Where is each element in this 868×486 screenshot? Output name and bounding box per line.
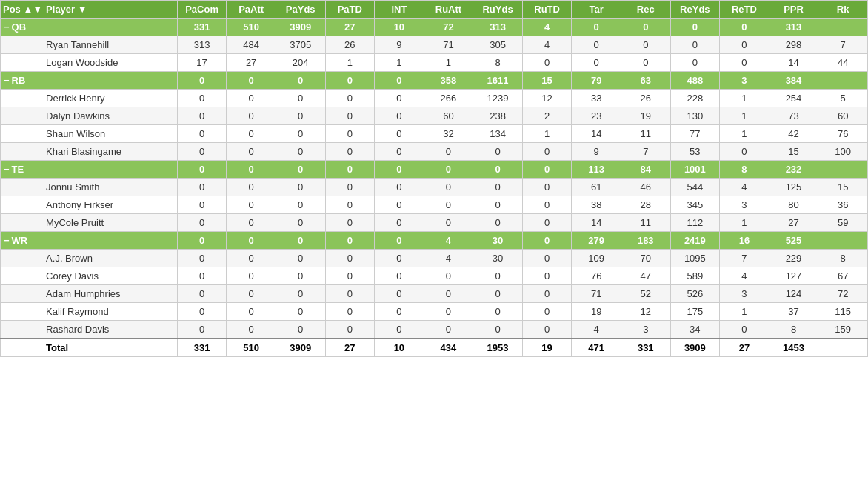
group-stat-ruatt: 4 (424, 232, 473, 250)
player-stat-pacom: 0 (177, 90, 227, 107)
header-row: Pos ▲▼ Player ▼ PaCom PaAtt PaYds PaTD I… (1, 1, 868, 19)
player-stat-rutd: 0 (522, 179, 572, 196)
player-stat-ppr: 27 (769, 214, 818, 232)
player-stat-ruyds: 0 (473, 143, 523, 161)
player-stat-int: 0 (375, 179, 424, 196)
player-pos-cell (1, 36, 41, 54)
group-stat-rk (818, 72, 868, 90)
player-stat-reyds: 53 (670, 143, 720, 161)
group-stat-retd: 8 (720, 161, 769, 179)
player-stat-rutd: 12 (522, 90, 572, 107)
player-stat-payds: 0 (276, 267, 325, 285)
group-pos-cell: −WR (1, 232, 41, 250)
player-stat-pacom: 17 (177, 54, 227, 72)
player-name-cell: Adam Humphries (41, 285, 178, 303)
total-stat-reyds: 3909 (670, 339, 720, 357)
table-row: Adam Humphries000000007152526312472 (1, 285, 868, 303)
group-stat-paatt: 0 (227, 72, 276, 90)
player-stat-reyds: 526 (670, 285, 720, 303)
group-stat-ppr: 384 (769, 72, 818, 90)
group-stat-patd: 0 (325, 161, 375, 179)
sort-icon-player[interactable]: ▼ (78, 4, 87, 15)
group-stat-rutd: 0 (522, 161, 572, 179)
total-stat-patd: 27 (325, 339, 375, 357)
player-pos-cell (1, 267, 41, 285)
collapse-icon[interactable]: − (4, 235, 10, 246)
collapse-icon[interactable]: − (4, 164, 10, 175)
player-stat-paatt: 0 (227, 303, 276, 321)
player-name-cell: Shaun Wilson (41, 125, 178, 143)
table-row: Anthony Firkser00000000382834538036 (1, 196, 868, 214)
player-stat-tar: 0 (572, 54, 621, 72)
player-stat-pacom: 0 (177, 250, 227, 267)
player-stat-int: 0 (375, 196, 424, 214)
player-stat-paatt: 0 (227, 125, 276, 143)
player-stat-pacom: 313 (177, 36, 227, 54)
player-stat-patd: 0 (325, 107, 375, 125)
player-stat-int: 1 (375, 54, 424, 72)
player-stat-rk: 7 (818, 36, 868, 54)
player-name-cell: A.J. Brown (41, 250, 178, 267)
player-stat-retd: 3 (720, 285, 769, 303)
player-stat-rec: 19 (621, 107, 670, 125)
player-stat-patd: 0 (325, 303, 375, 321)
group-stat-tar: 113 (572, 161, 621, 179)
player-stat-rutd: 4 (522, 36, 572, 54)
player-stat-payds: 0 (276, 285, 325, 303)
player-stat-pacom: 0 (177, 321, 227, 339)
player-pos-cell (1, 90, 41, 107)
player-stat-tar: 9 (572, 143, 621, 161)
collapse-icon[interactable]: − (4, 21, 10, 33)
player-stat-rk: 59 (818, 214, 868, 232)
header-int: INT (375, 1, 424, 19)
player-stat-payds: 0 (276, 179, 325, 196)
player-stat-pacom: 0 (177, 267, 227, 285)
player-pos-cell (1, 107, 41, 125)
table-row: Rashard Davis00000000433408159 (1, 321, 868, 339)
player-stat-rutd: 0 (522, 54, 572, 72)
total-stat-int: 10 (375, 339, 424, 357)
player-stat-reyds: 228 (670, 90, 720, 107)
player-stat-rec: 3 (621, 321, 670, 339)
player-stat-rec: 11 (621, 214, 670, 232)
group-player-cell (41, 161, 178, 179)
total-stat-ppr: 1453 (769, 339, 818, 357)
header-payds: PaYds (276, 1, 325, 19)
group-stat-ruatt: 358 (424, 72, 473, 90)
player-name-cell: Kalif Raymond (41, 303, 178, 321)
player-stat-patd: 1 (325, 54, 375, 72)
player-stat-payds: 0 (276, 250, 325, 267)
stats-table: Pos ▲▼ Player ▼ PaCom PaAtt PaYds PaTD I… (0, 0, 868, 357)
header-reyds: ReYds (670, 1, 720, 19)
player-stat-reyds: 544 (670, 179, 720, 196)
player-stat-ruatt: 0 (424, 303, 473, 321)
player-stat-paatt: 0 (227, 214, 276, 232)
player-stat-tar: 4 (572, 321, 621, 339)
player-stat-int: 0 (375, 267, 424, 285)
collapse-icon[interactable]: − (4, 75, 10, 86)
player-stat-rec: 28 (621, 196, 670, 214)
player-stat-ruatt: 60 (424, 107, 473, 125)
group-stat-payds: 0 (276, 161, 325, 179)
player-stat-int: 0 (375, 214, 424, 232)
group-stat-ruyds: 313 (473, 19, 523, 36)
group-stat-paatt: 0 (227, 161, 276, 179)
sort-icon-pos[interactable]: ▲▼ (23, 4, 41, 15)
player-stat-payds: 0 (276, 90, 325, 107)
player-stat-ruyds: 8 (473, 54, 523, 72)
player-stat-ruyds: 0 (473, 321, 523, 339)
player-stat-ruyds: 30 (473, 250, 523, 267)
total-stat-ruyds: 1953 (473, 339, 523, 357)
group-pos-label: RB (12, 75, 26, 86)
group-pos-label: QB (12, 21, 27, 33)
player-stat-pacom: 0 (177, 285, 227, 303)
header-patd: PaTD (325, 1, 375, 19)
player-stat-ruatt: 266 (424, 90, 473, 107)
player-stat-rec: 0 (621, 36, 670, 54)
player-stat-reyds: 77 (670, 125, 720, 143)
group-stat-reyds: 1001 (670, 161, 720, 179)
group-stat-reyds: 0 (670, 19, 720, 36)
player-stat-int: 0 (375, 125, 424, 143)
player-stat-reyds: 112 (670, 214, 720, 232)
total-stat-rk (818, 339, 868, 357)
